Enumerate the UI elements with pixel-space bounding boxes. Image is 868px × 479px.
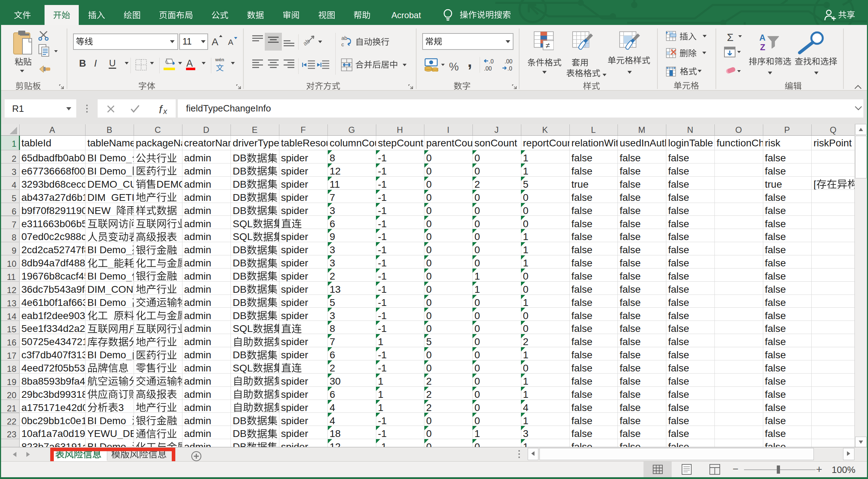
svg-text:ab: ab xyxy=(341,35,347,41)
svg-text:.0: .0 xyxy=(507,66,512,72)
svg-text:.00: .00 xyxy=(505,58,512,64)
svg-text:≠: ≠ xyxy=(546,41,550,50)
svg-text:ab: ab xyxy=(302,38,311,47)
svg-text:.0: .0 xyxy=(489,58,494,64)
svg-text:c: c xyxy=(341,41,344,47)
svg-text:.00: .00 xyxy=(484,66,492,72)
